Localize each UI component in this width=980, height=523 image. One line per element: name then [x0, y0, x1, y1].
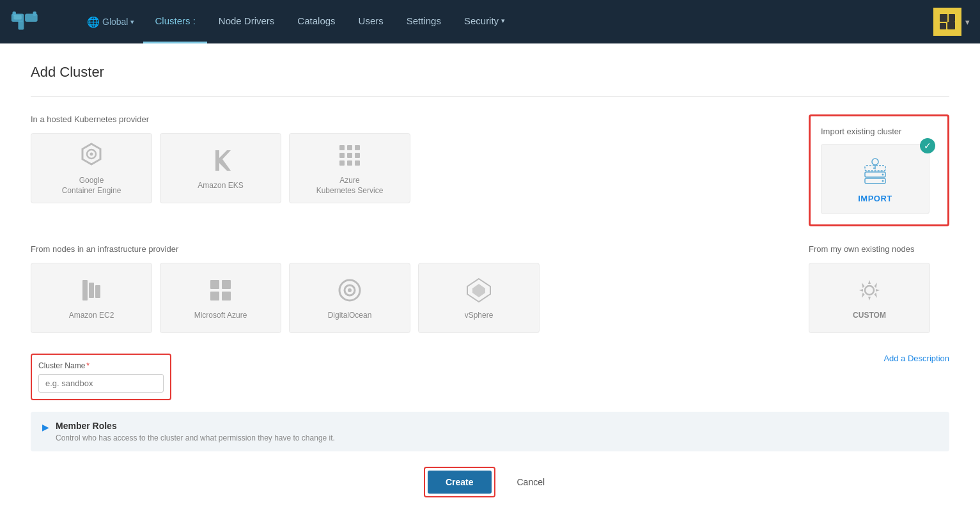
member-roles-content: Member Roles Control who has access to t…: [56, 421, 335, 442]
vsphere-label: vSphere: [465, 311, 494, 321]
svg-rect-8: [940, 23, 946, 29]
svg-point-43: [865, 286, 874, 295]
provider-eks[interactable]: Amazon EKS: [160, 133, 281, 203]
user-badge[interactable]: [933, 8, 961, 36]
msazure-label: Microsoft Azure: [194, 311, 247, 321]
infra-provider-cards: Amazon EC2 Microsoft Azure: [31, 263, 783, 333]
ec2-icon: [76, 275, 107, 306]
hosted-section-label: In a hosted Kubernetes provider: [31, 114, 783, 124]
svg-rect-36: [210, 292, 219, 301]
create-button-wrapper: Create: [424, 467, 495, 497]
import-label: IMPORT: [858, 194, 892, 203]
cluster-name-wrapper: Cluster Name*: [31, 354, 171, 400]
bottom-buttons: Create Cancel: [31, 467, 949, 497]
svg-point-30: [882, 180, 884, 182]
create-button[interactable]: Create: [428, 471, 492, 494]
nav-security[interactable]: Security ▾: [453, 0, 517, 43]
member-roles-arrow-icon[interactable]: ▶: [42, 422, 49, 432]
provider-aks[interactable]: AzureKubernetes Service: [289, 133, 410, 203]
user-caret-icon[interactable]: ▾: [965, 17, 970, 27]
security-caret-icon: ▾: [501, 17, 505, 25]
navbar: 🌐 Global ▾ Clusters : Node Drivers Catal…: [0, 0, 980, 43]
infra-section-label: From nodes in an infrastructure provider: [31, 244, 783, 254]
provider-ec2[interactable]: Amazon EC2: [31, 263, 152, 333]
svg-rect-2: [18, 20, 24, 29]
nav-catalogs[interactable]: Catalogs: [286, 0, 346, 43]
svg-rect-7: [949, 14, 955, 22]
svg-marker-13: [215, 150, 231, 171]
svg-rect-9: [947, 22, 955, 29]
svg-rect-17: [339, 153, 345, 158]
import-section-label: Import existing cluster: [821, 127, 937, 136]
provider-gce[interactable]: GoogleContainer Engine: [31, 133, 152, 203]
aks-icon: [334, 140, 365, 171]
global-caret-icon: ▾: [130, 18, 134, 26]
import-check-icon: ✓: [920, 138, 935, 153]
gce-label: GoogleContainer Engine: [62, 176, 121, 196]
infra-section: From nodes in an infrastructure provider…: [31, 244, 783, 333]
navbar-right: ▾: [933, 8, 970, 36]
import-card[interactable]: ✓: [821, 144, 929, 214]
svg-point-29: [882, 173, 884, 175]
cluster-name-section: Add a Description Cluster Name*: [31, 354, 949, 400]
global-dropdown[interactable]: 🌐 Global ▾: [78, 16, 143, 28]
divider: [31, 96, 949, 97]
import-outer-border: Import existing cluster ✓: [809, 114, 949, 226]
provider-custom[interactable]: CUSTOM: [809, 263, 930, 333]
member-roles-section: ▶ Member Roles Control who has access to…: [31, 412, 949, 451]
svg-rect-21: [347, 160, 352, 166]
member-roles-desc: Control who has access to the cluster an…: [56, 433, 335, 442]
provider-vsphere[interactable]: vSphere: [418, 263, 540, 333]
add-description-link[interactable]: Add a Description: [883, 354, 949, 363]
main-content: Add Cluster In a hosted Kubernetes provi…: [0, 43, 980, 523]
svg-rect-22: [355, 160, 360, 166]
eks-icon: [205, 145, 236, 176]
svg-point-12: [90, 153, 93, 156]
svg-rect-20: [339, 160, 345, 166]
svg-rect-33: [95, 285, 100, 298]
svg-rect-31: [82, 280, 88, 301]
svg-rect-32: [89, 283, 94, 298]
cancel-button[interactable]: Cancel: [506, 467, 557, 497]
hosted-provider-cards: GoogleContainer Engine Amazon EKS: [31, 133, 783, 203]
member-roles-title: Member Roles: [56, 421, 335, 431]
provider-do[interactable]: DigitalOcean: [289, 263, 410, 333]
svg-rect-4: [33, 12, 36, 16]
svg-rect-15: [347, 145, 352, 150]
main-nav: Clusters : Node Drivers Catalogs Users S…: [143, 0, 933, 43]
custom-icon: [854, 275, 885, 306]
hosted-section: In a hosted Kubernetes provider GoogleCo…: [31, 114, 783, 203]
own-nodes-section: From my own existing nodes: [809, 244, 949, 333]
import-icon: [859, 155, 892, 189]
svg-rect-18: [347, 153, 352, 158]
do-icon: [334, 275, 365, 306]
svg-marker-42: [472, 284, 485, 297]
nav-settings[interactable]: Settings: [395, 0, 453, 43]
svg-rect-37: [222, 292, 231, 301]
svg-rect-6: [940, 14, 947, 22]
global-label: Global: [102, 17, 128, 27]
svg-rect-5: [13, 15, 21, 19]
cluster-name-input[interactable]: [38, 374, 164, 393]
svg-point-40: [348, 288, 352, 292]
custom-label: CUSTOM: [853, 311, 886, 321]
msazure-icon: [205, 275, 236, 306]
import-section: Import existing cluster ✓: [809, 114, 949, 226]
ec2-label: Amazon EC2: [69, 311, 114, 321]
svg-rect-34: [210, 280, 219, 289]
nav-users[interactable]: Users: [347, 0, 395, 43]
nav-node-drivers[interactable]: Node Drivers: [207, 0, 286, 43]
vsphere-icon: [463, 275, 494, 306]
do-label: DigitalOcean: [328, 311, 372, 321]
nav-clusters[interactable]: Clusters :: [143, 0, 206, 43]
svg-point-26: [872, 159, 878, 165]
globe-icon: 🌐: [87, 16, 100, 28]
svg-rect-19: [355, 153, 360, 158]
gce-icon: [76, 140, 107, 171]
page-title: Add Cluster: [31, 64, 949, 81]
svg-rect-14: [339, 145, 345, 150]
provider-msazure[interactable]: Microsoft Azure: [160, 263, 281, 333]
logo[interactable]: [10, 6, 68, 38]
required-star: *: [86, 361, 89, 370]
eks-label: Amazon EKS: [198, 181, 243, 191]
